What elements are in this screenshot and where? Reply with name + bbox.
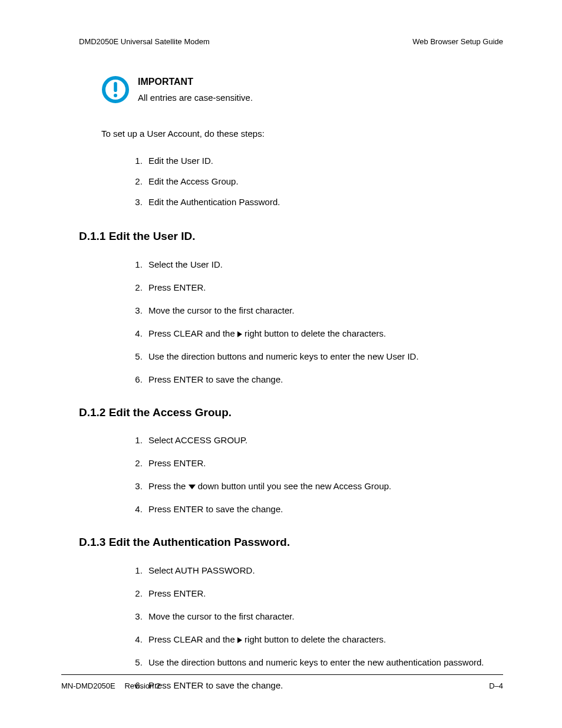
revision: Revision 2 xyxy=(124,681,160,690)
list-item: Press ENTER to save the change. xyxy=(145,368,503,391)
header-right: Web Browser Setup Guide xyxy=(412,37,503,47)
footer-left: MN-DMD2050E Revision 2 xyxy=(61,681,160,691)
steps-list: Select ACCESS GROUP. Press ENTER. Press … xyxy=(145,429,503,521)
important-callout: IMPORTANT All entries are case-sensitive… xyxy=(101,75,503,104)
list-item: Press CLEAR and the right button to dele… xyxy=(145,322,503,345)
page-number: D–4 xyxy=(489,681,503,691)
list-item: Move the cursor to the first character. xyxy=(145,605,503,628)
important-icon xyxy=(101,75,130,104)
list-item: Press the down button until you see the … xyxy=(145,475,503,498)
svg-marker-5 xyxy=(237,637,242,643)
callout-title: IMPORTANT xyxy=(138,75,253,88)
svg-rect-1 xyxy=(114,82,117,92)
section-heading: D.1.1 Edit the User ID. xyxy=(79,229,503,245)
list-item: Use the direction buttons and numeric ke… xyxy=(145,651,503,674)
list-item: Press ENTER. xyxy=(145,582,503,605)
list-item: Press CLEAR and the right button to dele… xyxy=(145,628,503,651)
intro-text: To set up a User Account, do these steps… xyxy=(101,127,503,140)
section-heading: D.1.3 Edit the Authentication Password. xyxy=(79,535,503,551)
list-item: Edit the Access Group. xyxy=(145,171,503,192)
list-item: Select AUTH PASSWORD. xyxy=(145,559,503,582)
section-heading: D.1.2 Edit the Access Group. xyxy=(79,405,503,421)
svg-marker-4 xyxy=(189,485,196,489)
list-item: Move the cursor to the first character. xyxy=(145,299,503,322)
overview-steps: Edit the User ID. Edit the Access Group.… xyxy=(145,150,503,212)
svg-point-2 xyxy=(114,94,117,97)
callout-text: IMPORTANT All entries are case-sensitive… xyxy=(138,75,253,103)
list-item: Select the User ID. xyxy=(145,253,503,276)
arrow-right-icon xyxy=(237,637,242,643)
list-item: Use the direction buttons and numeric ke… xyxy=(145,345,503,368)
list-item: Edit the User ID. xyxy=(145,150,503,171)
page-header: DMD2050E Universal Satellite Modem Web B… xyxy=(79,37,503,47)
callout-body: All entries are case-sensitive. xyxy=(138,91,253,104)
header-left: DMD2050E Universal Satellite Modem xyxy=(79,37,210,47)
arrow-down-icon xyxy=(189,485,196,489)
svg-marker-3 xyxy=(237,331,242,337)
doc-number: MN-DMD2050E xyxy=(61,681,115,690)
steps-list: Select the User ID. Press ENTER. Move th… xyxy=(145,253,503,391)
page-footer: MN-DMD2050E Revision 2 D–4 xyxy=(61,674,503,691)
list-item: Edit the Authentication Password. xyxy=(145,192,503,212)
arrow-right-icon xyxy=(237,331,242,337)
list-item: Select ACCESS GROUP. xyxy=(145,429,503,452)
list-item: Press ENTER to save the change. xyxy=(145,498,503,521)
list-item: Press ENTER. xyxy=(145,276,503,299)
list-item: Press ENTER. xyxy=(145,452,503,475)
